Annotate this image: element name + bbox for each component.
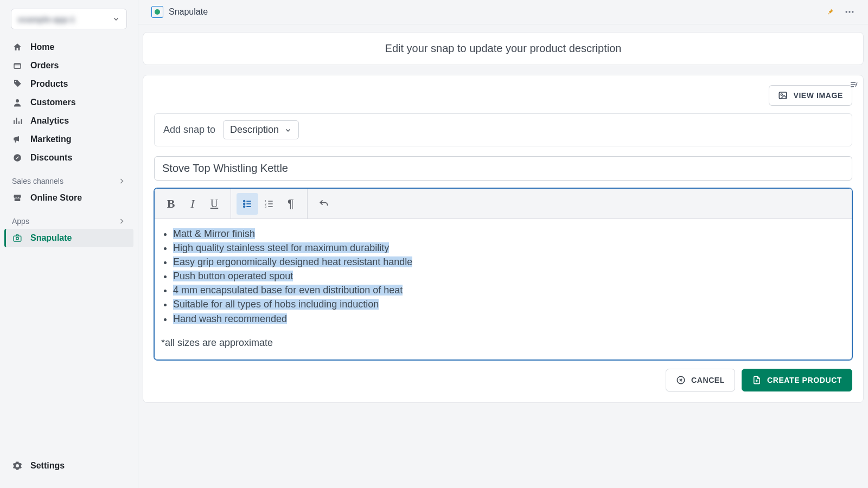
app-badge-icon [151, 6, 163, 18]
chevron-down-icon [112, 15, 120, 23]
add-snap-to-row: Add snap to Description [154, 113, 852, 146]
nav-discounts[interactable]: Discounts [4, 149, 133, 167]
appbar: Snapulate [138, 0, 868, 24]
svg-point-11 [244, 203, 245, 204]
add-snap-to-label: Add snap to [163, 124, 215, 136]
select-value: Description [230, 124, 279, 136]
pin-icon[interactable] [826, 8, 834, 16]
svg-rect-0 [14, 63, 21, 68]
create-product-button[interactable]: CREATE PRODUCT [742, 369, 852, 391]
nav-label: Customers [30, 98, 76, 107]
paragraph-button[interactable]: ¶ [280, 193, 302, 215]
product-title-input[interactable] [154, 156, 852, 181]
more-icon[interactable] [844, 7, 855, 17]
nav-snapulate[interactable]: Snapulate [4, 229, 133, 247]
svg-rect-3 [14, 236, 21, 241]
nav-label: Marketing [30, 134, 72, 144]
app-name: Snapulate [169, 7, 208, 17]
list-item: Easy grip ergonomically designed heat re… [173, 255, 845, 269]
list-item: Matt & Mirror finish [173, 227, 845, 241]
nav-marketing[interactable]: Marketing [4, 130, 133, 149]
list-item: High quality stainless steel for maximum… [173, 241, 845, 255]
section-label: Sales channels [12, 177, 63, 185]
rich-text-editor: B I U 123 ¶ [154, 188, 852, 360]
hero-text: Edit your snap to update your product de… [385, 42, 622, 54]
bold-button[interactable]: B [160, 193, 182, 215]
section-apps[interactable]: Apps [4, 207, 133, 229]
store-name: example-app-1 [18, 15, 75, 24]
svg-point-4 [16, 237, 19, 240]
nav-label: Online Store [30, 193, 82, 203]
underline-button[interactable]: U [203, 193, 225, 215]
nav-home[interactable]: Home [4, 38, 133, 56]
list-item: Suitable for all types of hobs including… [173, 297, 845, 311]
cancel-button[interactable]: CANCEL [666, 369, 735, 391]
editor-toolbar: B I U 123 ¶ [155, 189, 852, 219]
add-snap-to-select[interactable]: Description [223, 120, 299, 139]
italic-button[interactable]: I [182, 193, 203, 215]
analytics-icon [12, 115, 23, 126]
home-icon [12, 42, 23, 53]
nav-label: Orders [30, 61, 59, 70]
nav-label: Analytics [30, 116, 69, 126]
button-label: VIEW IMAGE [793, 91, 843, 100]
svg-point-7 [852, 11, 853, 12]
svg-point-9 [781, 94, 783, 95]
svg-point-10 [244, 200, 245, 202]
hero-banner: Edit your snap to update your product de… [143, 32, 864, 65]
chevron-right-icon [117, 217, 126, 226]
button-label: CANCEL [691, 376, 725, 384]
bullet-list-button[interactable] [237, 193, 258, 215]
chevron-down-icon [284, 126, 292, 134]
discount-icon [12, 152, 23, 163]
image-icon [778, 91, 788, 100]
editor-content[interactable]: Matt & Mirror finish High quality stainl… [155, 219, 852, 359]
nav-customers[interactable]: Customers [4, 93, 133, 112]
svg-point-6 [848, 11, 850, 12]
svg-rect-8 [780, 92, 787, 99]
list-item: Hand wash recommended [173, 312, 845, 326]
nav-analytics[interactable]: Analytics [4, 112, 133, 130]
document-add-icon [752, 375, 762, 385]
nav-label: Snapulate [30, 233, 72, 243]
nav-settings[interactable]: Settings [4, 457, 133, 475]
tag-icon [12, 79, 23, 89]
view-image-button[interactable]: VIEW IMAGE [769, 85, 852, 106]
undo-button[interactable] [313, 193, 335, 215]
footnote: *all sizes are approximate [161, 336, 845, 350]
svg-point-1 [16, 99, 19, 102]
gear-icon [12, 460, 23, 471]
numbered-list-button[interactable]: 123 [258, 193, 280, 215]
svg-text:3: 3 [265, 204, 266, 208]
nav-label: Settings [30, 461, 65, 471]
main: Snapulate Edit your snap to update your … [138, 0, 868, 488]
svg-point-5 [846, 11, 847, 12]
list-item: 4 mm encapsulated base for even distribu… [173, 283, 845, 297]
main-nav: Home Orders Products Customers [0, 38, 138, 451]
nav-online-store[interactable]: Online Store [4, 189, 133, 207]
camera-icon [12, 233, 23, 243]
nav-orders[interactable]: Orders [4, 56, 133, 75]
orders-icon [12, 60, 23, 71]
close-circle-icon [676, 375, 686, 385]
store-switcher[interactable]: example-app-1 [11, 9, 127, 29]
section-label: Apps [12, 217, 29, 226]
chevron-right-icon [117, 177, 126, 185]
person-icon [12, 97, 23, 108]
editor-card: VIEW IMAGE Add snap to Description [143, 75, 864, 403]
nav-products[interactable]: Products [4, 75, 133, 93]
sidebar: example-app-1 Home Orders [0, 0, 138, 488]
store-icon [12, 192, 23, 203]
megaphone-icon [12, 134, 23, 145]
section-sales-channels[interactable]: Sales channels [4, 167, 133, 189]
svg-point-12 [244, 206, 245, 207]
list-item: Push button operated spout [173, 269, 845, 283]
button-label: CREATE PRODUCT [767, 376, 842, 384]
nav-label: Discounts [30, 153, 72, 163]
nav-label: Products [30, 79, 68, 89]
nav-label: Home [30, 42, 54, 52]
bullet-list: Matt & Mirror finish High quality stainl… [161, 227, 845, 326]
